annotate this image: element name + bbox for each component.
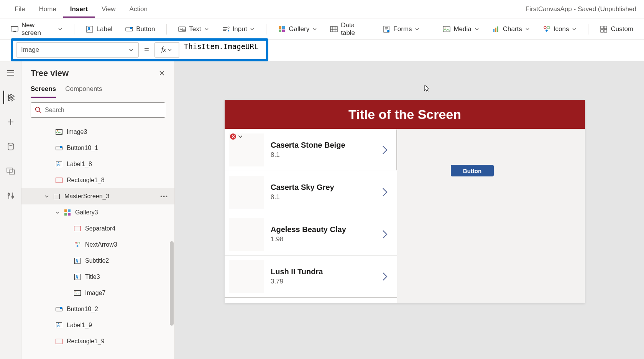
gallery-item[interactable]: Lush II Tundra 3.79: [225, 255, 397, 298]
gallery-item-subtitle[interactable]: 3.79: [271, 278, 323, 285]
image-icon: [74, 289, 81, 297]
gallery-item-title[interactable]: Caserta Sky Grey: [271, 183, 334, 192]
tree-scrollbar[interactable]: [170, 241, 174, 326]
fx-button[interactable]: fx: [154, 42, 179, 58]
gallery-item-title[interactable]: Ageless Beauty Clay: [271, 225, 346, 234]
advanced-tools-button[interactable]: [4, 189, 18, 203]
tree-item-image3[interactable]: Image3: [21, 124, 174, 140]
error-indicator[interactable]: ✕: [230, 133, 243, 140]
tree-item-image7[interactable]: Image7: [21, 285, 174, 301]
hamburger-button[interactable]: [4, 66, 18, 80]
gallery-item-title[interactable]: Caserta Stone Beige: [271, 141, 345, 150]
insert-button[interactable]: [4, 115, 18, 129]
app-screen-preview[interactable]: Title of the Screen ✕ Caserta Stone Beig…: [225, 100, 585, 303]
tree-item-label1-8[interactable]: Label1_8: [21, 156, 174, 172]
canvas-button-control[interactable]: Button: [451, 165, 494, 176]
charts-btn-label: Charts: [503, 25, 522, 33]
svg-rect-25: [601, 30, 603, 32]
button-button[interactable]: Button: [122, 23, 159, 35]
data-table-button[interactable]: Data table: [326, 19, 373, 39]
tree-item-rectangle1-9[interactable]: Rectangle1_9: [21, 333, 174, 349]
gallery-image-placeholder[interactable]: [229, 218, 264, 251]
data-button[interactable]: [4, 140, 18, 153]
divider: [588, 24, 588, 35]
tree-view-button[interactable]: [3, 91, 17, 104]
gallery-item[interactable]: Caserta Sky Grey 8.1: [225, 171, 397, 213]
tree-search-input[interactable]: [45, 107, 161, 114]
svg-point-34: [57, 130, 58, 132]
svg-point-4: [130, 27, 132, 29]
media-icon: [443, 25, 450, 33]
menu-insert[interactable]: Insert: [63, 1, 95, 18]
gallery-button[interactable]: Gallery: [274, 23, 321, 35]
divider: [431, 24, 431, 35]
media-rail-button[interactable]: [4, 164, 18, 178]
text-button[interactable]: Abc Text: [174, 23, 212, 35]
media-button[interactable]: Media: [439, 23, 483, 35]
svg-point-21: [544, 26, 546, 29]
tree-item-button10-1[interactable]: Button10_1: [21, 140, 174, 156]
rectangle-icon: [55, 176, 63, 184]
more-options-button[interactable]: •••: [160, 193, 168, 199]
svg-point-50: [76, 291, 77, 293]
new-screen-label: New screen: [21, 21, 55, 37]
label-btn-label: Label: [97, 25, 113, 33]
tree-item-separator4[interactable]: Separator4: [21, 221, 174, 237]
screen-title-header[interactable]: Title of the Screen: [225, 100, 585, 129]
tab-components[interactable]: Components: [65, 81, 102, 98]
gallery-item-title[interactable]: Lush II Tundra: [271, 267, 323, 276]
svg-rect-10: [282, 26, 285, 29]
menu-view[interactable]: View: [95, 1, 123, 18]
tree-item-label: Gallery3: [75, 209, 98, 216]
close-panel-button[interactable]: ✕: [159, 69, 165, 78]
gallery-item[interactable]: Ageless Beauty Clay 1.98: [225, 213, 397, 255]
rectangle-icon: [55, 338, 63, 345]
chevron-right-icon[interactable]: [382, 145, 388, 155]
gallery-item-subtitle[interactable]: 8.1: [271, 151, 345, 159]
gallery-item-subtitle[interactable]: 8.1: [271, 193, 334, 201]
charts-button[interactable]: Charts: [488, 23, 534, 35]
menu-action[interactable]: Action: [123, 1, 154, 18]
tab-screens[interactable]: Screens: [31, 81, 56, 98]
chevron-right-icon[interactable]: [382, 272, 388, 282]
svg-rect-22: [547, 26, 549, 29]
tree-item-label1-9[interactable]: Label1_9: [21, 317, 174, 333]
chevron-right-icon[interactable]: [382, 229, 388, 239]
icons-button[interactable]: Icons: [539, 23, 581, 35]
tree-item-masterscreen-3[interactable]: MasterScreen_3 •••: [21, 188, 174, 204]
new-screen-button[interactable]: New screen: [7, 19, 66, 39]
custom-btn-label: Custom: [611, 25, 633, 33]
tree-item-title3[interactable]: Title3: [21, 269, 174, 285]
label-button[interactable]: Label: [82, 23, 117, 35]
tree-item-label: Subtitle2: [85, 257, 109, 264]
gallery-control[interactable]: Caserta Stone Beige 8.1 Caserta Sky Grey…: [225, 129, 397, 303]
formula-input[interactable]: ThisItem.ImageURL: [179, 42, 263, 58]
menu-home[interactable]: Home: [32, 1, 63, 18]
custom-button[interactable]: Custom: [596, 23, 637, 35]
chevron-down-icon: [55, 210, 60, 215]
property-value: Image: [21, 46, 39, 54]
data-table-icon: [330, 25, 338, 33]
gallery-image-placeholder[interactable]: [229, 176, 264, 209]
formula-bar: Image = fx ThisItem.ImageURL: [0, 40, 644, 61]
tree-item-gallery3[interactable]: Gallery3: [21, 204, 174, 221]
forms-button[interactable]: Forms: [379, 23, 423, 35]
tree-search-box[interactable]: [31, 102, 165, 118]
tree-item-nextarrow3[interactable]: NextArrow3: [21, 237, 174, 253]
canvas-area[interactable]: Title of the Screen ✕ Caserta Stone Beig…: [175, 61, 644, 359]
input-button[interactable]: Input: [218, 23, 259, 35]
gallery-item[interactable]: Caserta Stone Beige 8.1: [225, 129, 397, 171]
tree-item-subtitle2[interactable]: Subtitle2: [21, 253, 174, 269]
gallery-item-subtitle[interactable]: 1.98: [271, 235, 346, 243]
gallery-image-placeholder[interactable]: [229, 260, 264, 293]
label-icon: [74, 273, 81, 281]
tree-item-rectangle1-8[interactable]: Rectangle1_8: [21, 172, 174, 188]
custom-icon: [600, 25, 608, 33]
svg-text:Abc: Abc: [180, 28, 186, 31]
label-icon: [55, 160, 63, 168]
menu-file[interactable]: File: [8, 1, 32, 18]
property-selector[interactable]: Image: [16, 42, 139, 58]
chevron-right-icon[interactable]: [382, 187, 388, 197]
tree-item-button10-2[interactable]: Button10_2: [21, 301, 174, 317]
button-icon: [55, 305, 63, 313]
